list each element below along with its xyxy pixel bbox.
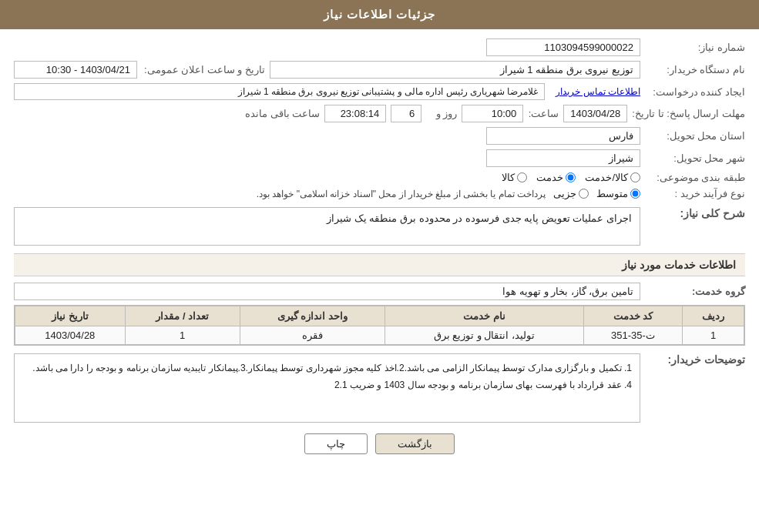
service-group-label: گروه خدمت: <box>645 286 745 297</box>
contact-link[interactable]: اطلاعات تماس خریدار <box>556 86 640 97</box>
button-row: بازگشت چاپ <box>14 433 745 454</box>
need-number-row: شماره نیاز: 1103094599000022 <box>14 38 745 56</box>
category-label-kala-khedmat: کالا/خدمت <box>585 172 628 183</box>
purchase-type-label-motavasset: متوسط <box>596 188 628 199</box>
category-row: طبقه بندی موضوعی: کالا/خدمت خدمت کالا <box>14 172 745 183</box>
buyer-notes-row: توضیحات خریدار: 1. تکمیل و بارگزاری مدار… <box>14 353 745 423</box>
need-number-label: شماره نیاز: <box>645 42 745 53</box>
category-label-khedmat: خدمت <box>536 172 563 183</box>
purchase-type-option-jozi[interactable]: جزیی <box>553 188 589 199</box>
category-option-kala[interactable]: کالا <box>502 172 527 183</box>
back-button[interactable]: بازگشت <box>375 433 455 454</box>
province-label: استان محل تحویل: <box>645 130 745 142</box>
purchase-type-label: نوع فرآیند خرید : <box>645 188 745 199</box>
deadline-time-label: ساعت: <box>528 108 559 119</box>
purchase-type-row: نوع فرآیند خرید : متوسط جزیی پرداخت تمام… <box>14 188 745 199</box>
purchase-type-radio-motavasset[interactable] <box>630 189 640 199</box>
services-header: اطلاعات خدمات مورد نیاز <box>14 253 745 276</box>
deadline-time: 10:00 <box>462 105 523 122</box>
col-header-name: نام خدمت <box>385 306 583 326</box>
category-label-kala: کالا <box>502 172 515 183</box>
col-header-row: ردیف <box>683 306 744 326</box>
creator-label: ایجاد کننده درخواست: <box>645 86 745 98</box>
purchase-type-label-jozi: جزیی <box>553 188 576 199</box>
category-radio-kala-khedmat[interactable] <box>630 172 640 182</box>
table-cell-quantity: 1 <box>125 326 240 345</box>
city-row: شهر محل تحویل: شیراز <box>14 149 745 167</box>
services-table-body: 1ت-35-351تولید، انتقال و توزیع برقفقره11… <box>15 326 744 345</box>
purchase-type-group: متوسط جزیی پرداخت تمام یا بخشی از مبلغ خ… <box>257 188 640 199</box>
deadline-day-label: روز و <box>426 108 457 119</box>
service-group-row: گروه خدمت: تامین برق، گاز، بخار و تهویه … <box>14 283 745 300</box>
col-header-qty: تعداد / مقدار <box>125 306 240 326</box>
table-cell-unit: فقره <box>240 326 385 345</box>
category-label: طبقه بندی موضوعی: <box>645 172 745 183</box>
announce-date-value: 1403/04/21 - 10:30 <box>14 61 137 79</box>
purchase-type-note: پرداخت تمام یا بخشی از مبلغ خریدار از مح… <box>257 189 546 199</box>
org-name-label: نام دستگاه خریدار: <box>645 64 745 75</box>
remaining-label: ساعت باقی مانده <box>245 108 320 119</box>
table-cell-date: 1403/04/28 <box>15 326 126 345</box>
city-label: شهر محل تحویل: <box>645 152 745 164</box>
need-desc-value: اجرای عملیات تعویض پایه جدی فرسوده در مح… <box>14 207 640 246</box>
need-desc-row: شرح کلی نیاز: اجرای عملیات تعویض پایه جد… <box>14 207 745 246</box>
need-desc-label: شرح کلی نیاز: <box>645 207 745 219</box>
table-cell-code: ت-35-351 <box>583 326 682 345</box>
table-cell-row: 1 <box>683 326 744 345</box>
category-radio-group: کالا/خدمت خدمت کالا <box>502 172 640 183</box>
org-name-row: نام دستگاه خریدار: توزیع نیروی برق منطقه… <box>14 61 745 79</box>
deadline-label: مهلت ارسال پاسخ: تا تاریخ: <box>632 108 745 119</box>
org-name-value: توزیع نیروی برق منطقه 1 شیراز <box>270 61 640 79</box>
creator-row: ایجاد کننده درخواست: اطلاعات تماس خریدار… <box>14 83 745 100</box>
deadline-date: 1403/04/28 <box>563 105 627 122</box>
deadline-row: مهلت ارسال پاسخ: تا تاریخ: 1403/04/28 سا… <box>14 105 745 122</box>
city-value: شیراز <box>486 149 640 167</box>
buyer-notes-label: توضیحات خریدار: <box>645 353 745 366</box>
col-header-unit: واحد اندازه گیری <box>240 306 385 326</box>
services-table-container: ردیف کد خدمت نام خدمت واحد اندازه گیری ت… <box>14 305 745 346</box>
category-option-kala-khedmat[interactable]: کالا/خدمت <box>585 172 640 183</box>
need-number-value: 1103094599000022 <box>486 38 640 56</box>
announce-date-label: تاریخ و ساعت اعلان عمومی: <box>142 64 265 75</box>
category-radio-kala[interactable] <box>517 172 527 182</box>
province-value: فارس <box>486 127 640 145</box>
purchase-type-radio-jozi[interactable] <box>579 189 589 199</box>
services-table: ردیف کد خدمت نام خدمت واحد اندازه گیری ت… <box>15 306 744 345</box>
page-title: جزئیات اطلاعات نیاز <box>324 8 435 21</box>
print-button[interactable]: چاپ <box>304 433 368 454</box>
col-header-code: کد خدمت <box>583 306 682 326</box>
deadline-day: 6 <box>391 105 421 122</box>
buyer-notes-value: 1. تکمیل و بارگزاری مدارک توسط پیمانکار … <box>14 353 640 423</box>
table-row: 1ت-35-351تولید، انتقال و توزیع برقفقره11… <box>15 326 744 345</box>
category-option-khedmat[interactable]: خدمت <box>536 172 576 183</box>
province-row: استان محل تحویل: فارس <box>14 127 745 145</box>
purchase-type-option-motavasset[interactable]: متوسط <box>596 188 640 199</box>
table-header-row: ردیف کد خدمت نام خدمت واحد اندازه گیری ت… <box>15 306 744 326</box>
creator-value: غلامرضا شهریاری رئیس اداره مالی و پشتیبا… <box>14 83 545 100</box>
remaining-time: 23:08:14 <box>324 105 386 122</box>
category-radio-khedmat[interactable] <box>566 172 576 182</box>
service-group-value: تامین برق، گاز، بخار و تهویه هوا <box>14 283 640 300</box>
table-cell-name: تولید، انتقال و توزیع برق <box>385 326 583 345</box>
page-header: جزئیات اطلاعات نیاز <box>0 0 759 29</box>
col-header-date: تاریخ نیاز <box>15 306 126 326</box>
